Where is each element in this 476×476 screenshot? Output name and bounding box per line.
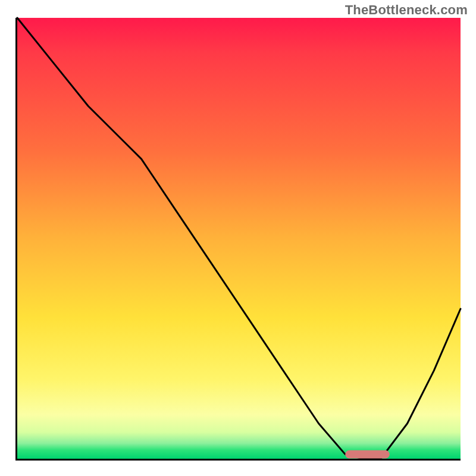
optimal-point-marker: [345, 450, 390, 459]
curve-layer: [17, 18, 461, 459]
plot-area: [15, 18, 461, 461]
bottleneck-curve: [17, 18, 461, 459]
chart-container: TheBottleneck.com: [0, 0, 476, 476]
watermark-text: TheBottleneck.com: [345, 2, 468, 18]
